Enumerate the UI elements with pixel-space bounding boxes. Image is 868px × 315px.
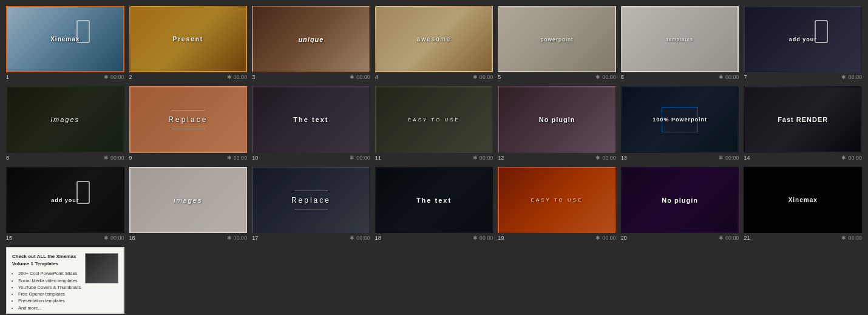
thumb-meta-9: 9✱00:00: [129, 153, 248, 162]
star-icon-6: ✱: [719, 74, 724, 80]
star-icon-20: ✱: [719, 235, 724, 241]
thumbnail-11[interactable]: EASY TO USE: [375, 86, 493, 152]
thumb-number-16: 16: [129, 235, 138, 241]
thumb-time-6: 00:00: [725, 74, 739, 80]
thumb-inner-8: images: [7, 87, 123, 151]
star-icon-14: ✱: [841, 155, 846, 161]
thumb-container-1: Xinemax1✱00:00: [6, 6, 124, 81]
thumb-overlay: [131, 168, 246, 232]
star-icon-7: ✱: [841, 74, 846, 80]
thumb-inner-16: images: [131, 168, 246, 232]
thumb-inner-15: add your: [7, 168, 123, 232]
thumb-container-11: EASY TO USE11✱00:00: [375, 86, 493, 161]
thumbnail-1[interactable]: Xinemax: [6, 6, 124, 72]
thumb-container-16: images16✱00:00: [129, 167, 248, 242]
thumbnail-5[interactable]: powerpoint: [498, 6, 616, 72]
thumbnail-21[interactable]: Xinemax: [744, 167, 862, 233]
star-icon-16: ✱: [227, 235, 232, 241]
thumbnail-12[interactable]: No plugin: [498, 86, 616, 152]
thumb-overlay: [376, 7, 492, 71]
thumb-number-21: 21: [744, 235, 752, 241]
thumb-number-6: 6: [621, 74, 629, 80]
thumb-number-1: 1: [6, 74, 15, 80]
thumbnail-20[interactable]: No plugin: [621, 167, 739, 233]
star-icon-11: ✱: [473, 155, 478, 161]
thumb-time-1: 00:00: [110, 74, 124, 80]
thumbnail-17[interactable]: Replace: [252, 167, 370, 233]
thumb-overlay: [745, 87, 861, 151]
thumbnail-6[interactable]: templates: [621, 6, 739, 72]
star-icon-13: ✱: [719, 155, 724, 161]
thumb-container-13: 100% Powerpoint13✱00:00: [621, 86, 739, 161]
thumb-meta-8: 8✱00:00: [6, 153, 124, 162]
thumb-number-9: 9: [129, 155, 138, 161]
thumb-overlay: [7, 87, 123, 151]
thumb-number-3: 3: [252, 74, 260, 80]
star-icon-9: ✱: [227, 155, 232, 161]
thumb-container-7: add your7✱00:00: [744, 6, 862, 81]
thumbnail-9[interactable]: Replace: [129, 86, 248, 152]
thumbnail-4[interactable]: awesome: [375, 6, 493, 72]
note-list-item: YouTube Covers & Thumbnails: [18, 284, 118, 291]
thumb-overlay: [622, 87, 738, 151]
thumbnail-7[interactable]: add your: [744, 6, 862, 72]
thumb-container-6: templates6✱00:00: [621, 6, 739, 81]
thumb-meta-2: 2✱00:00: [129, 72, 248, 81]
thumb-number-8: 8: [6, 155, 15, 161]
thumbnail-22[interactable]: Check out ALL the Xinemax Volume 1 Templ…: [6, 247, 124, 313]
note-list-item: Free Opener templates: [18, 291, 118, 297]
thumb-overlay: [253, 168, 369, 232]
star-icon-19: ✱: [595, 235, 600, 241]
thumb-container-9: Replace9✱00:00: [129, 86, 248, 161]
thumb-inner-21: Xinemax: [745, 168, 861, 232]
thumbnail-19[interactable]: EASY TO USE: [498, 167, 616, 233]
thumb-time-15: 00:00: [110, 235, 124, 241]
thumb-meta-10: 10✱00:00: [252, 153, 370, 162]
thumbnail-grid: Xinemax1✱00:00Present2✱00:00unique3✱00:0…: [6, 6, 862, 315]
thumb-inner-18: The text: [376, 168, 492, 232]
thumb-meta-14: 14✱00:00: [744, 153, 862, 162]
thumbnail-15[interactable]: add your: [6, 167, 124, 233]
thumbnail-16[interactable]: images: [129, 167, 248, 233]
thumb-inner-1: Xinemax: [7, 7, 123, 71]
thumb-overlay: [253, 7, 369, 71]
thumb-number-5: 5: [498, 74, 506, 80]
thumb-meta-4: 4✱00:00: [375, 72, 493, 81]
star-icon-2: ✱: [227, 74, 232, 80]
thumb-meta-12: 12✱00:00: [498, 153, 616, 162]
thumb-inner-12: No plugin: [499, 87, 615, 151]
thumbnail-13[interactable]: 100% Powerpoint: [621, 86, 739, 152]
thumb-inner-17: Replace: [253, 168, 369, 232]
thumb-number-10: 10: [252, 155, 260, 161]
thumbnail-10[interactable]: The text: [252, 86, 370, 152]
thumb-inner-13: 100% Powerpoint: [622, 87, 738, 151]
thumb-inner-3: unique: [253, 7, 369, 71]
thumb-number-17: 17: [252, 235, 260, 241]
thumb-container-19: EASY TO USE19✱00:00: [498, 167, 616, 242]
star-icon-1: ✱: [104, 74, 109, 80]
star-icon-4: ✱: [473, 74, 478, 80]
thumb-meta-17: 17✱00:00: [252, 233, 370, 242]
thumb-number-19: 19: [498, 235, 506, 241]
thumb-container-20: No plugin20✱00:00: [621, 167, 739, 242]
thumb-meta-3: 3✱00:00: [252, 72, 370, 81]
thumb-inner-10: The text: [253, 87, 369, 151]
thumb-container-5: powerpoint5✱00:00: [498, 6, 616, 81]
thumb-overlay: [131, 87, 246, 151]
thumbnail-8[interactable]: images: [6, 86, 124, 152]
thumb-container-12: No plugin12✱00:00: [498, 86, 616, 161]
thumbnail-14[interactable]: Fast RENDER: [744, 86, 862, 152]
thumb-meta-11: 11✱00:00: [375, 153, 493, 162]
thumb-overlay: [7, 7, 123, 71]
thumb-inner-19: EASY TO USE: [499, 168, 615, 232]
thumb-container-10: The text10✱00:00: [252, 86, 370, 161]
thumbnail-18[interactable]: The text: [375, 167, 493, 233]
note-list-item: Presentation templates: [18, 297, 118, 304]
thumb-container-17: Replace17✱00:00: [252, 167, 370, 242]
note-image: [85, 253, 118, 283]
thumb-number-11: 11: [375, 155, 384, 161]
thumbnail-2[interactable]: Present: [129, 6, 248, 72]
thumb-overlay: [7, 168, 123, 232]
thumbnail-3[interactable]: unique: [252, 6, 370, 72]
star-icon-12: ✱: [595, 155, 600, 161]
